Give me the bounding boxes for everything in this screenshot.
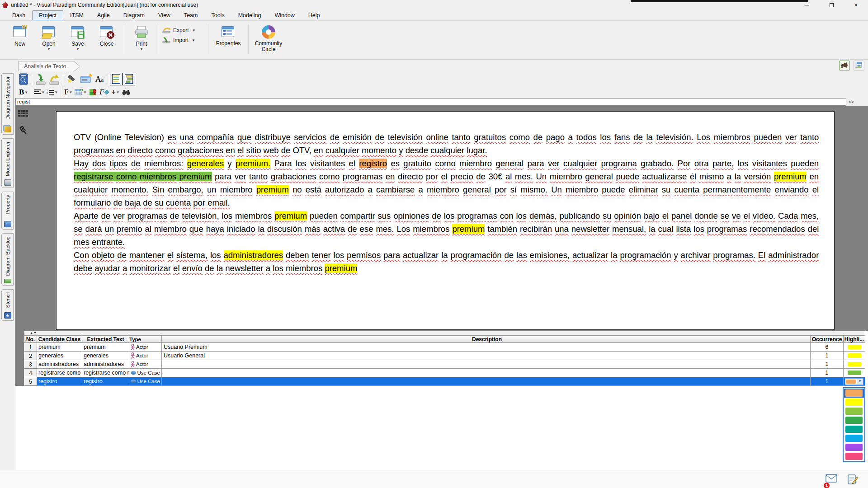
insert-table-button[interactable]: ▼ (74, 87, 88, 97)
alignment-dropdown-chevron-icon[interactable]: ▼ (41, 90, 45, 94)
menu-item-itsm[interactable]: ITSM (63, 10, 90, 20)
highlight-color-combobox[interactable]: ▼ (845, 378, 863, 385)
bold-button[interactable]: B▼ (18, 87, 29, 97)
sidebar-tab-model-explorer[interactable]: Model Explorer (1, 138, 14, 188)
add-dropdown-chevron-icon[interactable]: ▼ (116, 90, 120, 94)
notes-button[interactable] (847, 474, 858, 487)
column-header-no[interactable]: No. (24, 335, 37, 343)
menu-item-help[interactable]: Help (302, 10, 327, 20)
menu-item-dash[interactable]: Dash (5, 10, 32, 20)
candidate-class-cell[interactable]: premium (37, 343, 82, 352)
add-candidate-button[interactable]: +▼ (110, 87, 121, 97)
candidate-class-cell[interactable]: registro (37, 377, 82, 386)
color-option-yellow[interactable] (844, 398, 864, 407)
row-number-cell[interactable]: 1 (24, 343, 37, 352)
alignment-button[interactable]: ▼ (33, 87, 46, 97)
close-project-button[interactable]: Close (92, 23, 121, 51)
table-sort-strip[interactable]: ▲▼ (24, 331, 865, 335)
font-button[interactable]: F▼ (63, 87, 74, 97)
save-button[interactable]: Save ▼ (63, 23, 92, 51)
prev-match-button[interactable]: ‹ (849, 98, 851, 105)
menu-item-view[interactable]: View (151, 10, 177, 20)
description-cell[interactable] (162, 377, 811, 386)
view-text-highlight-toggle[interactable] (110, 73, 123, 85)
extracted-text-cell[interactable]: registro (82, 377, 129, 386)
export-button[interactable]: Export ▼ (162, 27, 205, 33)
column-header-candidate-class[interactable]: Candidate Class (37, 335, 82, 343)
column-header-occurrence[interactable]: Occurrence (811, 335, 844, 343)
extracted-text-cell[interactable]: administradores (82, 360, 129, 369)
menu-item-window[interactable]: Window (268, 10, 301, 20)
description-cell[interactable]: Usuario Premium (162, 343, 811, 352)
candidate-class-cell[interactable]: administradores (37, 360, 82, 369)
color-option-pink[interactable] (844, 452, 864, 461)
column-header-extracted-text[interactable]: Extracted Text (82, 335, 129, 343)
save-dropdown-chevron-icon[interactable]: ▼ (76, 47, 80, 51)
menu-item-diagram[interactable]: Diagram (117, 10, 151, 20)
announcement-button[interactable] (839, 61, 850, 70)
extracted-text-cell[interactable]: premium (82, 343, 129, 352)
row-number-cell[interactable]: 3 (24, 360, 37, 369)
occurrence-cell[interactable]: 1 (811, 377, 844, 386)
type-cell[interactable]: Use Case (129, 369, 162, 377)
sidebar-tab-stencil[interactable]: Stencil★ (1, 289, 14, 321)
analysis-document-button[interactable] (17, 73, 30, 85)
extracted-text-cell[interactable]: generales (82, 352, 129, 360)
color-option-yellow-green[interactable] (844, 407, 864, 416)
maximize-button[interactable] (819, 0, 844, 10)
type-cell[interactable]: Actor (129, 352, 162, 360)
table-row[interactable]: 4registrarse como miembros premiumregist… (24, 369, 865, 377)
open-button[interactable]: Open ▼ (34, 23, 63, 51)
candidate-card-button[interactable] (79, 73, 93, 85)
row-number-cell[interactable]: 2 (24, 352, 37, 360)
export-dropdown-chevron-icon[interactable]: ▼ (192, 28, 196, 33)
color-option-cyan[interactable] (844, 434, 864, 443)
print-dropdown-chevron-icon[interactable]: ▼ (140, 47, 143, 51)
table-dropdown-chevron-icon[interactable]: ▼ (83, 90, 87, 94)
highlight-cell[interactable] (844, 343, 865, 352)
table-row[interactable]: 2generalesgeneralesActorUsuario General1 (24, 352, 865, 360)
bold-dropdown-chevron-icon[interactable]: ▼ (24, 90, 28, 94)
column-header-description[interactable]: Description (162, 335, 811, 343)
row-number-cell[interactable]: 5 (24, 377, 37, 386)
panel-layout-button[interactable] (854, 61, 864, 70)
close-button[interactable]: ✕ (844, 0, 868, 10)
description-cell[interactable]: Usuario General (162, 352, 811, 360)
column-header-highli[interactable]: Highli... (844, 335, 865, 343)
extracted-text-cell[interactable]: registrarse como miembros premium (82, 369, 129, 377)
color-option-teal[interactable] (844, 425, 864, 434)
list-button[interactable]: 12 ▼ (46, 87, 59, 97)
menu-item-team[interactable]: Team (177, 10, 205, 20)
open-dropdown-chevron-icon[interactable]: ▼ (47, 47, 51, 51)
import-dropdown-chevron-icon[interactable]: ▼ (192, 38, 195, 42)
properties-button[interactable]: Properties (211, 23, 245, 47)
export-candidates-button[interactable] (47, 73, 61, 85)
color-option-green[interactable] (844, 416, 864, 425)
font-dropdown-chevron-icon[interactable]: ▼ (69, 90, 72, 94)
color-option-purple[interactable] (844, 443, 864, 452)
occurrence-cell[interactable]: 1 (811, 360, 844, 369)
type-cell[interactable]: Actor (129, 343, 162, 352)
type-cell[interactable]: Actor (129, 360, 162, 369)
find-button[interactable] (121, 87, 132, 97)
tab-analisis-de-texto[interactable]: Analisis de Texto (19, 61, 80, 71)
row-number-cell[interactable]: 4 (24, 369, 37, 377)
combobox-chevron-icon[interactable]: ▼ (857, 379, 863, 385)
format-eraser-button[interactable]: F (99, 87, 110, 97)
next-match-button[interactable]: › (852, 98, 854, 105)
highlight-cell[interactable] (844, 352, 865, 360)
type-cell[interactable]: Use Case (129, 377, 162, 386)
community-circle-button[interactable]: CommunityCircle (251, 23, 286, 52)
import-button[interactable]: Import ▼ (162, 37, 205, 43)
document-page[interactable]: OTV (Online Television) es una compañía … (56, 111, 835, 330)
search-term-input[interactable] (15, 98, 846, 106)
description-cell[interactable] (162, 360, 811, 369)
menu-item-agile[interactable]: Agile (90, 10, 117, 20)
candidate-class-cell[interactable]: registrarse como miembros premium (37, 369, 82, 377)
font-style-button[interactable]: Aa (93, 73, 106, 85)
print-button[interactable]: Print ▼ (127, 23, 156, 51)
table-row[interactable]: 3administradoresadministradoresActor1 (24, 360, 865, 369)
sidebar-tab-property[interactable]: Property (1, 192, 14, 230)
table-row[interactable]: 1premiumpremiumActorUsuario Premium6 (24, 343, 865, 352)
color-map-button[interactable] (88, 87, 99, 97)
